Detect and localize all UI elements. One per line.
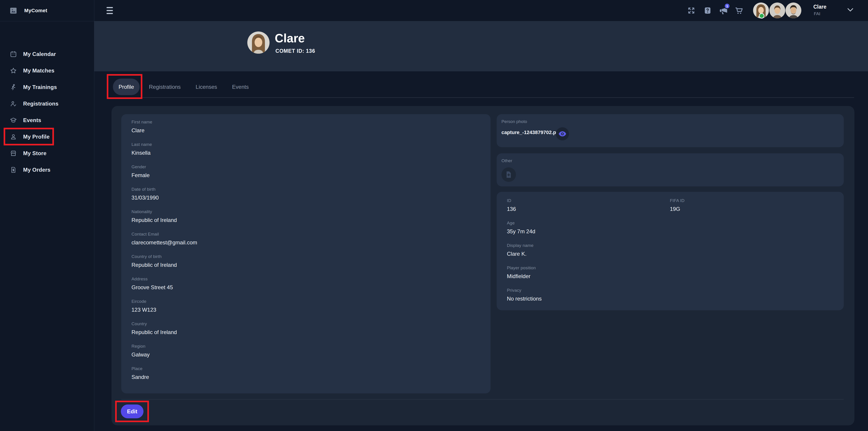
field-label: Gender	[131, 164, 491, 170]
sidebar-item-my-profile[interactable]: My Profile	[0, 128, 94, 145]
topbar-user-name: Clare	[813, 4, 827, 10]
info-field-fifa-id: FIFA ID 19G	[670, 198, 844, 220]
field-label: Country of birth	[131, 254, 491, 260]
edit-button[interactable]: Edit	[121, 404, 144, 418]
info-field-display-name: Display name Clare K.	[507, 242, 670, 265]
tab-licenses[interactable]: Licenses	[190, 78, 223, 95]
sidebar-item-my-orders[interactable]: My Orders	[0, 162, 94, 178]
profile-details-card: First name Clare Last name Kinsella Gend…	[121, 114, 491, 393]
notification-badge: 1	[724, 3, 730, 9]
chevron-down-icon[interactable]	[847, 7, 854, 12]
view-photo-button[interactable]	[556, 127, 569, 140]
image-placeholder-icon	[10, 8, 17, 13]
profile-photo	[247, 31, 270, 54]
field-label: Nationality	[131, 209, 491, 215]
field-value: Midfielder	[507, 273, 670, 280]
profile-fields: First name Clare Last name Kinsella Gend…	[121, 114, 491, 388]
person-icon	[10, 133, 17, 140]
person-photo-filename: capture_-1243879702.png	[501, 130, 562, 135]
tab-bar: Profile Registrations Licenses Events	[113, 78, 254, 95]
runner-icon	[10, 84, 17, 91]
field-value: 31/03/1990	[131, 194, 491, 201]
sidebar-item-label: My Calendar	[23, 51, 56, 57]
profile-field-nationality: Nationality Republic of Ireland	[131, 209, 491, 231]
menu-toggle-icon[interactable]	[106, 7, 113, 14]
profile-field-address: Address Groove Street 45	[131, 276, 491, 299]
field-label: First name	[131, 119, 491, 125]
field-value: clarecomettest@gmail.com	[131, 239, 491, 246]
sidebar-item-label: My Trainings	[23, 84, 57, 90]
logo[interactable]: MyComet	[0, 0, 94, 21]
profile-field-region: Region Galway	[131, 343, 491, 366]
fullscreen-icon[interactable]	[687, 6, 695, 15]
field-label: Last name	[131, 141, 491, 147]
field-label: Display name	[507, 242, 670, 248]
star-icon	[10, 67, 17, 74]
field-label: Privacy	[507, 288, 670, 293]
tab-label: Profile	[119, 84, 134, 90]
online-status-dot	[759, 13, 765, 19]
graduation-cap-icon	[10, 117, 17, 124]
tab-profile[interactable]: Profile	[113, 78, 140, 95]
profile-field-eircode: Eircode 123 W123	[131, 299, 491, 321]
field-value: Republic of Ireland	[131, 329, 491, 336]
sidebar-item-label: My Profile	[23, 134, 50, 140]
avatar-user-3[interactable]	[785, 2, 801, 18]
field-value: 123 W123	[131, 306, 491, 313]
field-label: ID	[507, 198, 670, 204]
tab-label: Registrations	[149, 84, 181, 90]
tabs-divider	[112, 97, 854, 98]
info-field-id: ID 136	[507, 198, 670, 220]
sidebar-item-events[interactable]: Events	[0, 112, 94, 128]
info-field-age: Age 35y 7m 24d	[507, 220, 670, 242]
field-label: Place	[131, 366, 491, 372]
sidebar-item-label: My Store	[23, 150, 46, 157]
field-value: 136	[507, 205, 670, 213]
sidebar-item-my-matches[interactable]: My Matches	[0, 62, 94, 79]
field-label: Contact Email	[131, 231, 491, 237]
receipt-icon	[10, 166, 17, 173]
sidebar-item-my-calendar[interactable]: My Calendar	[0, 46, 94, 62]
field-label: Player position	[507, 265, 670, 271]
profile-field-place: Place Sandre	[131, 366, 491, 388]
sidebar-item-my-trainings[interactable]: My Trainings	[0, 79, 94, 95]
field-value: Sandre	[131, 373, 491, 381]
field-value: 35y 7m 24d	[507, 228, 670, 235]
other-label: Other	[501, 158, 512, 163]
tab-registrations[interactable]: Registrations	[143, 78, 186, 95]
person-photo-card: Person photo capture_-1243879702.png	[497, 114, 844, 147]
help-icon[interactable]	[704, 7, 712, 14]
field-label: Age	[507, 220, 670, 226]
sidebar-item-my-store[interactable]: My Store	[0, 145, 94, 162]
eye-icon	[558, 131, 566, 137]
comet-id: COMET ID: 136	[275, 48, 315, 54]
sidebar-nav: My Calendar My Matches My Trainings Regi…	[0, 46, 94, 178]
avatar-user-2[interactable]	[769, 2, 785, 18]
field-value: 19G	[670, 205, 844, 213]
sidebar-item-label: Events	[23, 117, 41, 124]
file-plus-icon	[505, 171, 512, 178]
profile-field-date-of-birth: Date of birth 31/03/1990	[131, 187, 491, 209]
profile-field-country-of-birth: Country of birth Republic of Ireland	[131, 254, 491, 276]
field-label: Date of birth	[131, 187, 491, 192]
sidebar-item-registrations[interactable]: Registrations	[0, 95, 94, 112]
info-field-privacy: Privacy No restrictions	[507, 288, 670, 310]
field-value: Clare	[131, 127, 491, 134]
field-value: Kinsella	[131, 149, 491, 157]
tab-events[interactable]: Events	[226, 78, 254, 95]
info-field-player-position: Player position Midfielder	[507, 265, 670, 288]
profile-field-gender: Gender Female	[131, 164, 491, 187]
cart-icon[interactable]	[735, 6, 744, 15]
profile-banner	[94, 21, 868, 71]
field-label: Region	[131, 343, 491, 349]
field-value: Republic of Ireland	[131, 261, 491, 269]
field-label: Country	[131, 321, 491, 327]
field-label: Eircode	[131, 299, 491, 304]
field-value: Republic of Ireland	[131, 217, 491, 224]
profile-field-first-name: First name Clare	[131, 119, 491, 141]
topbar	[94, 0, 868, 21]
field-value: Galway	[131, 351, 491, 358]
field-value: No restrictions	[507, 295, 670, 302]
field-value: Groove Street 45	[131, 284, 491, 291]
add-document-button[interactable]	[501, 167, 516, 182]
